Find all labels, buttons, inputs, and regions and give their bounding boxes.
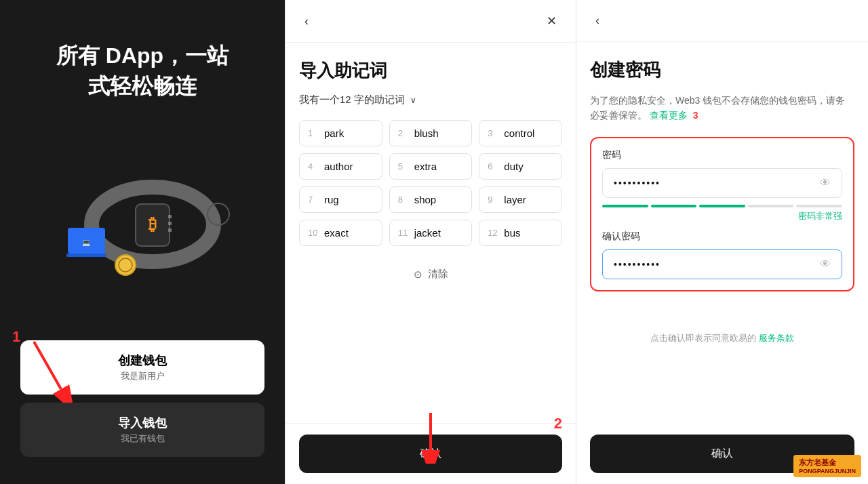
password-strength-bar xyxy=(602,205,842,207)
mnemonic-word-3: control xyxy=(504,127,534,139)
mnemonic-num-12: 12 xyxy=(488,228,498,238)
mnemonic-word-10: exact xyxy=(324,227,349,239)
terms-text: 点击确认即表示同意欧易的 服务条款 xyxy=(590,332,854,344)
clear-icon: ⊙ xyxy=(414,268,422,281)
mnemonic-num-7: 7 xyxy=(308,195,319,205)
mnemonic-num-10: 10 xyxy=(308,228,319,238)
mnemonic-num-1: 1 xyxy=(308,128,319,138)
svg-text:💻: 💻 xyxy=(82,238,91,247)
mnemonic-cell-4[interactable]: 4 author xyxy=(299,153,382,180)
strength-label-row: 密码非常强 xyxy=(602,210,842,222)
watermark-sub: PONGPANGJUNJIN xyxy=(799,468,856,475)
create-wallet-sublabel: 我是新用户 xyxy=(121,370,165,382)
panel3-header: ‹ xyxy=(576,0,868,42)
step-1-badge: 1 xyxy=(12,328,20,346)
mnemonic-cell-11[interactable]: 11 jacket xyxy=(389,220,473,246)
mnemonic-num-4: 4 xyxy=(308,161,319,172)
panel-wallet-intro: 所有 DApp，一站 式轻松畅连 ₿ 💻 1 xyxy=(0,0,285,484)
strength-seg-2 xyxy=(651,205,697,207)
svg-text:₿: ₿ xyxy=(149,215,157,233)
terms-link[interactable]: 服务条款 xyxy=(759,333,794,343)
panel2-confirm-button[interactable]: 确认 xyxy=(299,435,562,473)
import-wallet-label: 导入钱包 xyxy=(118,415,167,431)
mnemonic-num-2: 2 xyxy=(398,128,409,138)
confirm-password-label: 确认密码 xyxy=(602,230,842,243)
mnemonic-cell-2[interactable]: 2 blush xyxy=(389,120,473,146)
svg-rect-5 xyxy=(168,228,172,232)
mnemonic-cell-7[interactable]: 7 rug xyxy=(299,186,382,213)
password-eye-icon[interactable]: 👁 xyxy=(820,177,831,189)
mnemonic-word-9: layer xyxy=(504,194,526,205)
create-password-title: 创建密码 xyxy=(590,58,854,82)
panel2-footer: 确认 xyxy=(285,423,576,484)
svg-rect-4 xyxy=(168,222,172,225)
strength-seg-3 xyxy=(699,205,745,207)
panel2-content: 导入助记词 我有一个12 字的助记词 ∨ 1 park 2 blush 3 co… xyxy=(285,43,576,423)
wallet-buttons: 创建钱包 我是新用户 导入钱包 我已有钱包 xyxy=(20,340,264,457)
mnemonic-cell-1[interactable]: 1 park xyxy=(299,120,382,146)
mnemonic-word-2: blush xyxy=(414,127,439,139)
intro-title: 所有 DApp，一站 式轻松畅连 xyxy=(56,41,229,102)
panel2-header: ‹ ✕ xyxy=(285,0,576,43)
mnemonic-cell-9[interactable]: 9 layer xyxy=(479,186,562,213)
mnemonic-cell-8[interactable]: 8 shop xyxy=(389,186,473,213)
mnemonic-num-5: 5 xyxy=(398,161,409,172)
strength-seg-1 xyxy=(602,205,648,207)
password-description: 为了您的隐私安全，Web3 钱包不会存储您的钱包密码，请务必妥善保管。 查看更多… xyxy=(590,93,854,123)
panel3-content: 创建密码 为了您的隐私安全，Web3 钱包不会存储您的钱包密码，请务必妥善保管。… xyxy=(576,42,868,424)
mnemonic-cell-5[interactable]: 5 extra xyxy=(389,153,473,180)
panel2-back-button[interactable]: ‹ xyxy=(299,12,314,31)
desc-text: 为了您的隐私安全，Web3 钱包不会存储您的钱包密码，请务必妥善保管。 xyxy=(590,95,845,121)
clear-label: 清除 xyxy=(428,268,448,281)
password-field-label: 密码 xyxy=(602,149,842,161)
mnemonic-word-5: extra xyxy=(414,161,437,172)
mnemonic-word-4: author xyxy=(324,161,353,172)
panel3-back-button[interactable]: ‹ xyxy=(590,11,605,31)
mnemonic-cell-10[interactable]: 10 exact xyxy=(299,220,382,246)
panel-create-password: ‹ 创建密码 为了您的隐私安全，Web3 钱包不会存储您的钱包密码，请务必妥善保… xyxy=(576,0,868,484)
mnemonic-selector-label: 我有一个12 字的助记词 xyxy=(299,94,405,106)
confirm-password-input[interactable]: •••••••••• xyxy=(614,259,660,270)
mnemonic-num-6: 6 xyxy=(488,161,498,172)
create-wallet-button[interactable]: 创建钱包 我是新用户 xyxy=(20,340,264,395)
strength-label: 密码非常强 xyxy=(798,210,842,222)
see-more-link[interactable]: 查看更多 xyxy=(650,110,688,121)
mnemonic-cell-3[interactable]: 3 control xyxy=(479,120,562,146)
ring-illustration: ₿ 💻 xyxy=(47,146,237,296)
step-2-indicator: 2 xyxy=(554,415,562,432)
wallet-illustration: ₿ 💻 xyxy=(47,146,237,296)
terms-prefix: 点击确认即表示同意欧易的 xyxy=(650,333,756,343)
mnemonic-type-selector[interactable]: 我有一个12 字的助记词 ∨ xyxy=(299,94,562,106)
chevron-down-icon: ∨ xyxy=(410,96,416,105)
mnemonic-word-8: shop xyxy=(414,194,437,205)
import-wallet-sublabel: 我已有钱包 xyxy=(121,432,165,445)
mnemonic-cell-12[interactable]: 12 bus xyxy=(479,220,562,246)
mnemonic-num-3: 3 xyxy=(488,128,498,138)
password-form-section: 密码 •••••••••• 👁 密码非常强 确认密码 •••••••••• 👁 xyxy=(590,137,854,291)
step-2-badge: 2 xyxy=(554,415,562,432)
mnemonic-cell-6[interactable]: 6 duty xyxy=(479,153,562,180)
password-input[interactable]: •••••••••• xyxy=(614,178,660,188)
clear-button[interactable]: ⊙ 清除 xyxy=(299,260,562,289)
svg-rect-7 xyxy=(66,254,106,257)
step-3-badge: 3 xyxy=(693,110,698,121)
mnemonic-grid: 1 park 2 blush 3 control 4 author 5 extr… xyxy=(299,120,562,246)
strength-seg-5 xyxy=(796,205,842,207)
watermark-main: 东方老基金 xyxy=(799,458,856,468)
confirm-eye-icon[interactable]: 👁 xyxy=(820,258,831,270)
svg-rect-3 xyxy=(168,215,172,218)
mnemonic-word-1: park xyxy=(324,127,344,139)
import-mnemonic-title: 导入助记词 xyxy=(299,59,562,83)
mnemonic-word-7: rug xyxy=(324,194,339,205)
panel-import-mnemonic: ‹ ✕ 导入助记词 我有一个12 字的助记词 ∨ 1 park 2 blush … xyxy=(285,0,576,484)
mnemonic-word-12: bus xyxy=(504,227,520,239)
mnemonic-word-6: duty xyxy=(504,161,523,172)
import-wallet-button[interactable]: 导入钱包 我已有钱包 xyxy=(20,403,264,457)
create-wallet-label: 创建钱包 xyxy=(118,352,167,369)
panel2-close-button[interactable]: ✕ xyxy=(541,11,562,31)
strength-seg-4 xyxy=(748,205,794,207)
confirm-password-wrapper: •••••••••• 👁 xyxy=(602,249,842,279)
mnemonic-num-8: 8 xyxy=(398,195,409,205)
watermark: 东方老基金 PONGPANGJUNJIN xyxy=(793,455,861,477)
mnemonic-word-11: jacket xyxy=(414,227,441,239)
